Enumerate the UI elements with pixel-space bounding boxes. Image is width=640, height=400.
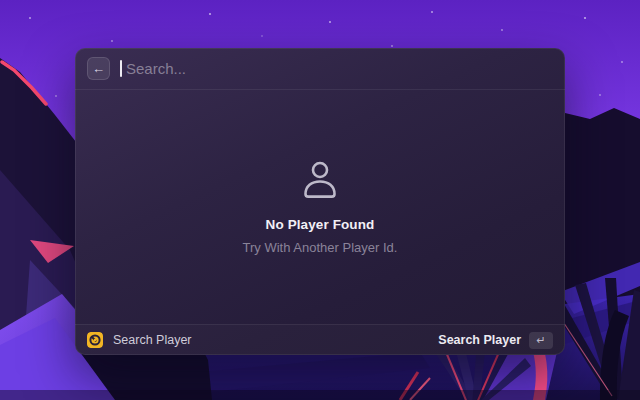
footer: Search Player Search Player ↵ [75, 324, 565, 355]
footer-app-name: Search Player [113, 333, 192, 347]
person-icon [296, 159, 344, 201]
back-button[interactable]: ← [87, 57, 110, 80]
back-arrow-icon: ← [92, 62, 105, 75]
enter-key-icon: ↵ [529, 332, 553, 349]
footer-action-label: Search Player [438, 333, 521, 347]
search-window: ← No Player Found Try With Another Playe… [75, 48, 565, 355]
text-caret [120, 60, 122, 77]
desktop: { "app": { "search_placeholder": "Search… [0, 0, 640, 400]
footer-app: Search Player [87, 332, 192, 348]
search-header: ← [75, 48, 565, 90]
app-logo-icon [87, 332, 103, 348]
empty-state-title: No Player Found [266, 217, 375, 232]
bottom-fade [0, 390, 640, 400]
empty-state: No Player Found Try With Another Player … [75, 90, 565, 324]
search-player-action[interactable]: Search Player ↵ [438, 332, 553, 349]
search-input[interactable] [126, 60, 553, 77]
empty-state-subtitle: Try With Another Player Id. [243, 240, 398, 255]
